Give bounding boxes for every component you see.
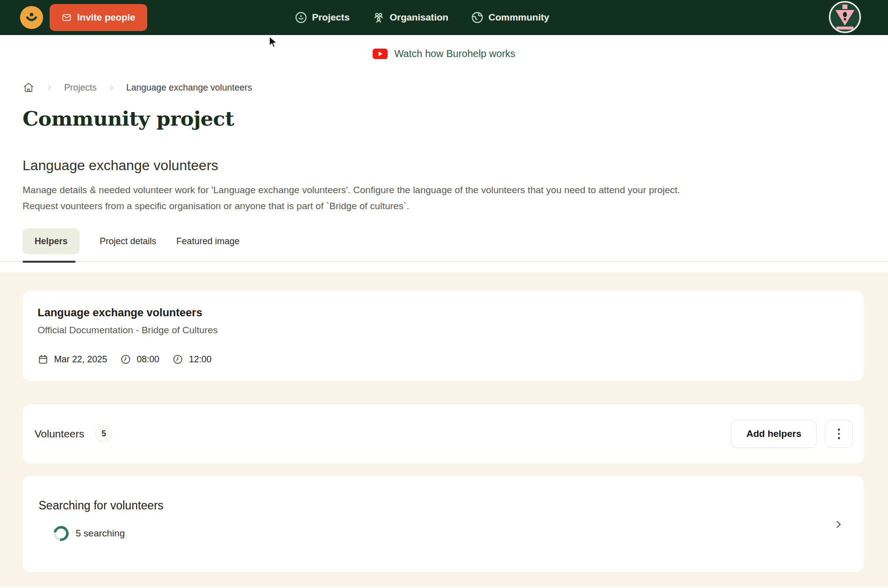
clock-icon — [172, 354, 183, 365]
volunteers-count-badge: 5 — [95, 425, 112, 442]
active-tab-indicator — [23, 261, 76, 263]
tab-project-details[interactable]: Project details — [100, 228, 156, 254]
user-avatar[interactable] — [829, 1, 861, 33]
section-description-line2: Request vounteers from a specific organi… — [23, 198, 865, 214]
tab-featured-image[interactable]: Featured image — [176, 228, 239, 254]
searching-card[interactable]: Searching for volunteers 5 searching — [23, 476, 864, 572]
home-icon — [23, 82, 35, 94]
event-start-time: 08:00 — [120, 354, 159, 365]
promo-row: Watch how Burohelp works — [0, 45, 888, 62]
breadcrumb-home[interactable] — [23, 82, 35, 94]
chevron-right-icon — [833, 519, 844, 530]
event-card: Language exchange volunteers Official Do… — [23, 291, 864, 381]
calendar-icon — [38, 354, 49, 365]
section-heading: Language exchange volunteers — [23, 157, 888, 174]
invite-people-button[interactable]: Invite people — [50, 4, 147, 31]
event-end-time-value: 12:00 — [189, 354, 211, 365]
nav-item-projects[interactable]: Projects — [294, 11, 350, 24]
globe-icon — [471, 11, 484, 24]
event-end-time: 12:00 — [172, 354, 211, 365]
volunteers-card: Volunteers 5 Add helpers — [23, 404, 864, 463]
event-card-title: Language exchange volunteers — [38, 306, 849, 320]
section-description-line1: Manage details & needed volunteer work f… — [23, 182, 865, 198]
searching-card-chevron[interactable] — [833, 519, 844, 530]
add-helpers-button[interactable]: Add helpers — [731, 420, 817, 448]
envelope-icon — [62, 13, 72, 23]
kebab-menu-icon — [838, 428, 840, 439]
nav-item-community[interactable]: Commmunity — [471, 11, 549, 24]
volunteers-title: Volunteers — [35, 428, 84, 440]
event-date-value: Mar 22, 2025 — [54, 354, 107, 365]
section-description: Manage details & needed volunteer work f… — [23, 182, 865, 214]
clock-icon — [120, 354, 131, 365]
nav-item-label: Projects — [312, 12, 350, 23]
watch-link-label: Watch how Burohelp works — [394, 48, 515, 60]
page-title: Community project — [23, 107, 888, 130]
smiley-circle-icon — [294, 11, 308, 24]
event-meta-row: Mar 22, 2025 08:00 12:00 — [38, 354, 849, 365]
tab-bar: Helpers Project details Featured image — [0, 228, 888, 262]
smiley-logo-icon — [24, 10, 40, 26]
progress-spinner-icon — [51, 523, 72, 544]
searching-status-text: 5 searching — [76, 528, 125, 539]
chevron-separator-icon — [46, 84, 53, 92]
top-nav: Invite people Projects Organisation — [0, 0, 888, 35]
chevron-separator-icon — [108, 84, 115, 92]
primary-nav: Projects Organisation Commmunity — [294, 0, 549, 35]
nav-item-organisation[interactable]: Organisation — [372, 11, 448, 24]
volunteers-actions: Add helpers — [731, 420, 853, 448]
event-card-subtitle: Official Documentation - Bridge of Cultu… — [38, 324, 849, 337]
tab-helpers[interactable]: Helpers — [23, 228, 80, 254]
people-icon — [372, 11, 385, 24]
searching-card-title: Searching for volunteers — [39, 498, 849, 513]
invite-people-label: Invite people — [77, 12, 135, 23]
breadcrumb-item-projects[interactable]: Projects — [64, 83, 97, 93]
watch-how-it-works-link[interactable]: Watch how Burohelp works — [373, 45, 515, 62]
user-avatar-illustration — [829, 1, 861, 33]
nav-item-label: Commmunity — [488, 12, 549, 23]
event-date: Mar 22, 2025 — [38, 354, 107, 365]
youtube-icon — [373, 49, 388, 59]
breadcrumb-item-current: Language exchange volunteers — [126, 83, 252, 93]
nav-item-label: Organisation — [390, 12, 448, 23]
content-area: Language exchange volunteers Official Do… — [0, 272, 888, 587]
app-logo-icon[interactable] — [20, 6, 43, 29]
breadcrumb: Projects Language exchange volunteers — [23, 81, 888, 94]
volunteers-header: Volunteers 5 — [35, 425, 112, 442]
searching-status-row: 5 searching — [54, 526, 849, 541]
event-start-time-value: 08:00 — [137, 354, 159, 365]
volunteers-menu-button[interactable] — [825, 420, 853, 448]
spacer — [0, 262, 888, 272]
